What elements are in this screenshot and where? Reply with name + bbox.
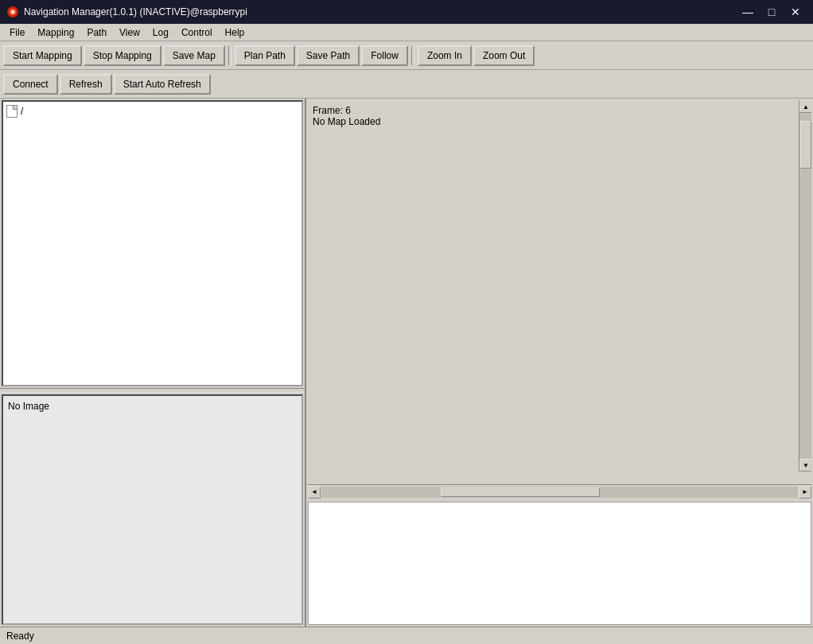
left-panel-divider[interactable]	[0, 388, 305, 393]
title-bar-left: Navigation Manager(1.0.1) (INACTIVE)@ras…	[6, 6, 247, 18]
save-map-button[interactable]: Save Map	[163, 45, 225, 66]
scroll-track-h[interactable]	[321, 487, 798, 498]
frame-label: Frame: 6	[313, 105, 807, 116]
scroll-left-button[interactable]: ◄	[308, 486, 321, 499]
start-mapping-button[interactable]: Start Mapping	[3, 45, 82, 66]
map-status-label: No Map Loaded	[313, 116, 807, 127]
right-panel: Frame: 6 No Map Loaded ▲ ▼ ◄	[306, 99, 813, 627]
refresh-button[interactable]: Refresh	[60, 74, 112, 95]
menu-view[interactable]: View	[113, 25, 146, 40]
connect-button[interactable]: Connect	[3, 74, 58, 95]
no-image-label: No Image	[8, 401, 49, 412]
scroll-right-button[interactable]: ►	[799, 486, 811, 499]
follow-button[interactable]: Follow	[361, 45, 408, 66]
menu-path[interactable]: Path	[80, 25, 113, 40]
menu-mapping[interactable]: Mapping	[31, 25, 80, 40]
left-panel: / No Image	[0, 99, 306, 627]
scroll-up-button[interactable]: ▲	[799, 100, 811, 113]
bottom-log-panel	[308, 502, 811, 625]
map-area[interactable]: Frame: 6 No Map Loaded	[308, 100, 811, 484]
zoom-out-button[interactable]: Zoom Out	[473, 45, 535, 66]
plan-path-button[interactable]: Plan Path	[235, 45, 295, 66]
menu-bar: File Mapping Path View Log Control Help	[0, 24, 813, 41]
file-tree-content: /	[3, 102, 301, 121]
menu-log[interactable]: Log	[146, 25, 175, 40]
map-view-wrapper: Frame: 6 No Map Loaded ▲ ▼	[308, 100, 811, 484]
menu-file[interactable]: File	[3, 25, 31, 40]
file-tree[interactable]: /	[2, 100, 303, 386]
title-bar-title: Navigation Manager(1.0.1) (INACTIVE)@ras…	[24, 6, 247, 17]
close-button[interactable]: ✕	[784, 3, 807, 21]
menu-control[interactable]: Control	[175, 25, 219, 40]
toolbar1: Start Mapping Stop Mapping Save Map Plan…	[0, 41, 813, 70]
save-path-button[interactable]: Save Path	[297, 45, 360, 66]
minimize-button[interactable]: —	[737, 3, 759, 21]
app-icon	[6, 6, 19, 18]
zoom-in-button[interactable]: Zoom In	[418, 45, 472, 66]
start-auto-refresh-button[interactable]: Start Auto Refresh	[114, 74, 211, 95]
file-icon	[6, 105, 18, 118]
status-label: Ready	[6, 630, 34, 642]
maximize-button[interactable]: □	[760, 3, 783, 21]
scroll-thumb-h[interactable]	[441, 487, 600, 497]
map-content: Frame: 6 No Map Loaded	[308, 100, 811, 132]
title-bar-controls: — □ ✕	[737, 3, 807, 21]
scroll-thumb-v[interactable]	[800, 121, 811, 169]
horizontal-scrollbar[interactable]: ◄ ►	[308, 484, 811, 499]
main-content: / No Image Frame: 6 No Map Loaded	[0, 99, 813, 627]
scroll-down-button[interactable]: ▼	[799, 459, 811, 471]
svg-point-2	[11, 10, 14, 14]
menu-help[interactable]: Help	[219, 25, 251, 40]
image-panel: No Image	[2, 394, 303, 625]
status-bar: Ready	[0, 627, 813, 644]
toolbar-separator-2	[411, 46, 414, 65]
scroll-track-v[interactable]	[799, 113, 811, 459]
file-tree-root: /	[21, 106, 23, 117]
vertical-scrollbar[interactable]: ▲ ▼	[799, 100, 811, 471]
toolbar2: Connect Refresh Start Auto Refresh	[0, 70, 813, 99]
stop-mapping-button[interactable]: Stop Mapping	[84, 45, 161, 66]
toolbar-separator-1	[228, 46, 231, 65]
title-bar: Navigation Manager(1.0.1) (INACTIVE)@ras…	[0, 0, 813, 24]
